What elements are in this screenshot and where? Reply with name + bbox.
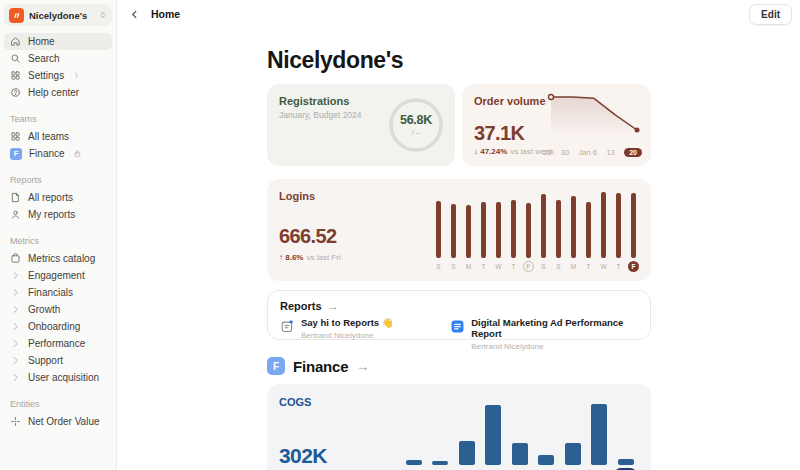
logins-bar-T-3: T — [476, 202, 491, 272]
finance-section-header[interactable]: F Finance → — [267, 357, 651, 375]
order-volume-tick-2: Jan 6 — [579, 148, 597, 157]
gauge-text: 56.8K / – — [388, 97, 444, 153]
sidebar-item-home[interactable]: Home — [4, 33, 112, 50]
sidebar-item-label: Settings — [28, 70, 64, 81]
chevron-icon — [10, 304, 21, 315]
report-title: Digital Marketing Ad Performance Report — [471, 318, 638, 340]
chevron-right-icon — [72, 71, 81, 80]
person-icon — [10, 209, 21, 220]
logins-delta: ↑ 8.6% — [279, 253, 303, 262]
edit-button[interactable]: Edit — [749, 4, 792, 25]
sidebar-item-my-reports[interactable]: My reports — [4, 206, 112, 223]
sidebar-item-label: All teams — [28, 131, 69, 142]
sidebar-item-finance[interactable]: FFinance — [4, 145, 112, 162]
registrations-gauge: 56.8K / – — [388, 97, 444, 153]
reports-title: Reports — [280, 300, 322, 312]
sidebar-item-label: Financials — [28, 287, 73, 298]
sidebar-item-settings[interactable]: Settings — [4, 67, 112, 84]
sidebar-item-user-acquisition[interactable]: User acquisition — [4, 369, 112, 386]
logins-bar-S-1: S — [446, 204, 461, 272]
logins-tick-6: F — [523, 261, 534, 272]
logins-tick-12: T — [617, 261, 621, 272]
sidebar-item-all-reports[interactable]: All reports — [4, 189, 112, 206]
logins-tick-9: M — [571, 261, 576, 272]
crosshair-icon — [10, 416, 21, 427]
section-label-teams: Teams — [10, 114, 112, 124]
arrow-right-icon: → — [328, 301, 339, 312]
reports-card: Reports → Say hi to Reports — [267, 290, 651, 340]
section-label-reports: Reports — [10, 175, 112, 185]
box-icon — [10, 253, 21, 264]
sidebar-item-label: Growth — [28, 304, 60, 315]
sidebar-item-performance[interactable]: Performance — [4, 335, 112, 352]
logins-bar-T-10: T — [581, 202, 596, 272]
report-item-digital-marketing[interactable]: Digital Marketing Ad Performance Report … — [450, 318, 638, 351]
sidebar-item-label: Help center — [28, 87, 79, 98]
cogs-bar-rect — [432, 461, 448, 465]
cogs-bar-Jul-2: Jul — [454, 441, 481, 470]
cogs-bar-rect — [565, 443, 581, 465]
logins-tick-13: F — [628, 261, 639, 272]
sidebar-item-all-teams[interactable]: All teams — [4, 128, 112, 145]
logins-bar-rect — [511, 200, 516, 258]
back-button[interactable] — [127, 7, 142, 22]
logins-tick-2: M — [466, 261, 471, 272]
breadcrumb: Home — [151, 8, 180, 20]
workspace-switcher[interactable]: Nicelydone's — [4, 4, 112, 26]
order-volume-ticks: 2330Jan 61320 — [543, 148, 642, 157]
sidebar-item-search[interactable]: Search — [4, 50, 112, 67]
logins-card[interactable]: Logins 666.52 ↑ 8.6% vs last Fri SSMTWTF… — [267, 179, 651, 281]
order-volume-sparkline — [546, 91, 642, 137]
logins-bar-M-9: M — [566, 196, 581, 272]
logins-value: 666.52 — [279, 225, 337, 248]
main-area: Home Edit Nicelydone's Registrations Jan… — [117, 0, 800, 470]
logins-tick-8: S — [556, 261, 560, 272]
cogs-bar-rect — [591, 404, 607, 465]
sidebar-item-metrics-catalog[interactable]: Metrics catalog — [4, 250, 112, 267]
home-icon — [10, 36, 21, 47]
cogs-bar-chart: MayJunJulAugSepOctNovDecJan — [401, 404, 640, 470]
cogs-bar-Dec-7: Dec — [586, 404, 613, 470]
chevron-icon — [10, 338, 21, 349]
chevron-icon — [10, 372, 21, 383]
report-author: Bertrand Nicelydone — [471, 342, 638, 351]
logins-delta-row: ↑ 8.6% vs last Fri — [279, 253, 341, 262]
chevron-icon — [10, 287, 21, 298]
notepad-pencil-icon — [280, 319, 295, 334]
registrations-card[interactable]: Registrations January, Budget 2024 56.8K… — [267, 84, 455, 166]
logins-bar-F-13: F — [626, 193, 641, 272]
sidebar-item-label: Metrics catalog — [28, 253, 95, 264]
order-volume-delta: ↓ 47.24% — [474, 147, 507, 156]
sidebar-item-support[interactable]: Support — [4, 352, 112, 369]
logins-bar-W-4: W — [491, 202, 506, 272]
sidebar-item-help-center[interactable]: Help center — [4, 84, 112, 101]
sidebar-item-onboarding[interactable]: Onboarding — [4, 318, 112, 335]
report-items: Say hi to Reports 👋 Bertrand Nicelydone — [280, 318, 638, 351]
order-volume-card[interactable]: Order volume 37.1K ↓ 47.24% vs last week… — [462, 84, 651, 166]
logins-bar-rect — [496, 202, 501, 258]
sidebar-item-label: Support — [28, 355, 63, 366]
logins-tick-11: W — [600, 261, 606, 272]
cogs-bar-rect — [485, 405, 501, 465]
page-title: Nicelydone's — [267, 47, 651, 74]
sidebar-item-engagement[interactable]: Engagement — [4, 267, 112, 284]
finance-section-title: Finance — [293, 358, 348, 375]
chevron-icon — [10, 355, 21, 366]
report-text: Digital Marketing Ad Performance Report … — [471, 318, 638, 351]
sidebar-nav: HomeSearchSettingsHelp centerTeamsAll te… — [4, 33, 112, 430]
logins-bar-W-11: W — [596, 192, 611, 272]
grid-icon — [10, 70, 21, 81]
logins-bar-S-8: S — [551, 200, 566, 272]
reports-header[interactable]: Reports → — [280, 300, 638, 312]
order-volume-tick-4: 20 — [624, 148, 642, 157]
metric-cards-row: Registrations January, Budget 2024 56.8K… — [267, 84, 651, 166]
cogs-card[interactable]: COGS 302K ↓ 90.13% vs last month MayJunJ… — [267, 384, 651, 470]
logins-bar-rect — [481, 202, 486, 258]
report-item-say-hi[interactable]: Say hi to Reports 👋 Bertrand Nicelydone — [280, 318, 450, 351]
logins-bar-T-12: T — [611, 193, 626, 272]
sidebar-item-financials[interactable]: Financials — [4, 284, 112, 301]
sidebar-item-growth[interactable]: Growth — [4, 301, 112, 318]
logins-bar-rect — [526, 203, 531, 258]
sidebar-item-net-order-value[interactable]: Net Order Value — [4, 413, 112, 430]
logins-tick-3: T — [482, 261, 486, 272]
